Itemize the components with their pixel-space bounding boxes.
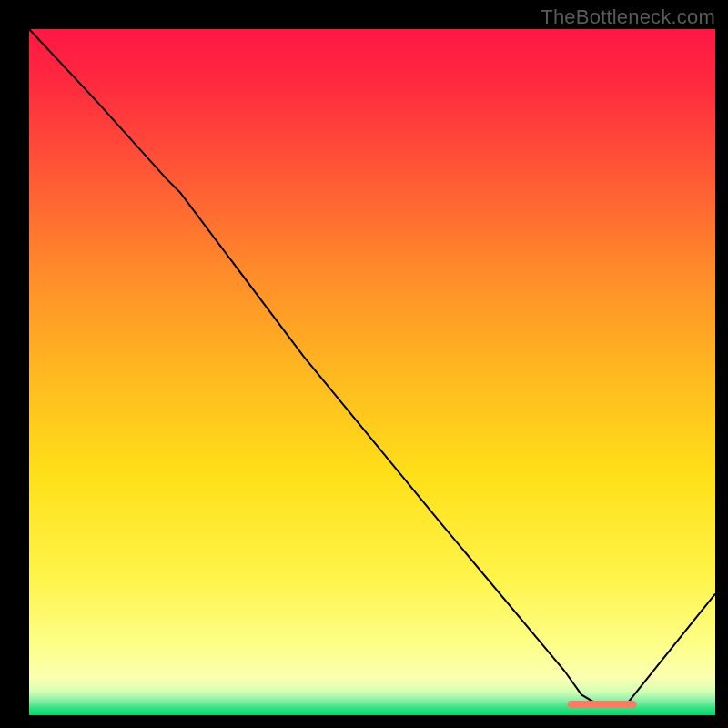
gradient-background (29, 29, 715, 715)
watermark-label: TheBottleneck.com (541, 5, 715, 29)
chart-frame: TheBottleneck.com (0, 0, 728, 728)
bottleneck-chart (29, 29, 715, 715)
